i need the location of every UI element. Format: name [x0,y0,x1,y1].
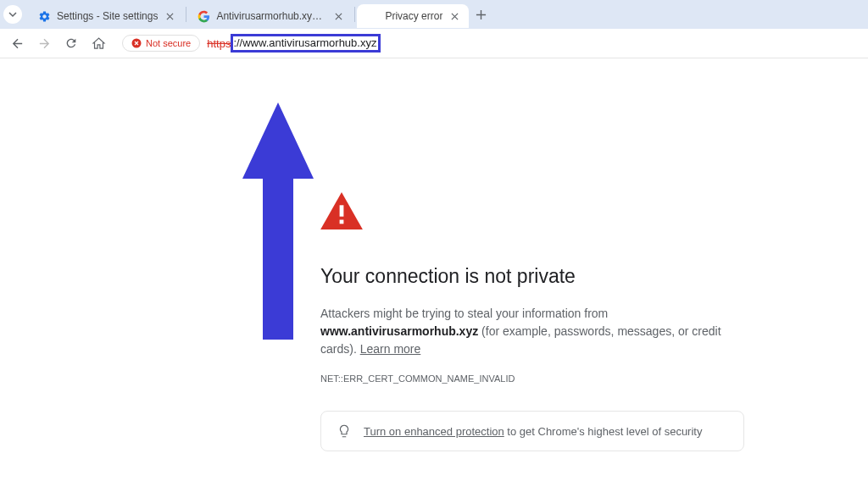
tab-search-button[interactable] [3,5,22,24]
error-desc-domain: www.antivirusarmorhub.xyz [320,324,478,338]
tab-title: Privacy error [385,10,442,22]
close-icon[interactable] [164,10,175,22]
url-protocol: https [207,37,231,50]
svg-rect-3 [340,205,344,216]
blank-page-icon [365,9,379,23]
arrow-annotation [227,102,329,348]
reload-button[interactable] [63,35,80,52]
protection-banner-text: Turn on enhanced protection to get Chrom… [364,425,702,438]
lightbulb-icon [337,423,352,439]
page-content: Your connection is not private Attackers… [0,58,868,481]
tab-google-search[interactable]: Antivirusarmorhub.xyz - Google [188,4,353,28]
tab-settings[interactable]: Settings - Site settings [29,4,184,28]
chevron-down-icon [8,10,17,19]
protection-banner-rest: to get Chrome's highest level of securit… [504,425,703,438]
tab-separator [186,7,186,22]
privacy-error-page: Your connection is not private Attackers… [320,192,744,481]
tab-separator [354,7,355,22]
gear-icon [37,9,51,23]
close-icon[interactable] [448,10,460,22]
url-rest: ://www.antivirusarmorhub.xyz [233,36,376,49]
svg-rect-4 [340,220,344,224]
toolbar: Not secure https ://www.antivirusarmorhu… [0,29,868,58]
home-button[interactable] [90,35,107,52]
protection-banner: Turn on enhanced protection to get Chrom… [320,411,744,451]
security-chip[interactable]: Not secure [122,35,200,52]
forward-button[interactable] [36,35,53,52]
error-desc-prefix: Attackers might be trying to steal your … [320,307,608,320]
warning-icon [320,192,744,233]
error-description: Attackers might be trying to steal your … [320,305,744,358]
tab-strip: Settings - Site settings Antivirusarmorh… [0,0,868,29]
back-button[interactable] [8,35,25,52]
error-title: Your connection is not private [320,265,744,288]
tab-title: Antivirusarmorhub.xyz - Google [216,10,326,22]
svg-marker-1 [242,102,314,340]
enhanced-protection-link[interactable]: Turn on enhanced protection [364,425,504,438]
close-icon[interactable] [332,10,344,22]
learn-more-link[interactable]: Learn more [360,342,421,356]
url-highlight-annotation: ://www.antivirusarmorhub.xyz [231,34,381,53]
new-tab-button[interactable] [469,3,492,26]
not-secure-icon [131,38,142,48]
url-display[interactable]: https ://www.antivirusarmorhub.xyz [207,34,381,53]
error-code: NET::ERR_CERT_COMMON_NAME_INVALID [320,373,744,384]
security-label: Not secure [146,38,191,48]
tab-privacy-error[interactable]: Privacy error [357,4,469,28]
google-icon [197,9,210,23]
address-bar[interactable]: Not secure https ://www.antivirusarmorhu… [122,32,381,54]
tab-title: Settings - Site settings [57,10,158,22]
